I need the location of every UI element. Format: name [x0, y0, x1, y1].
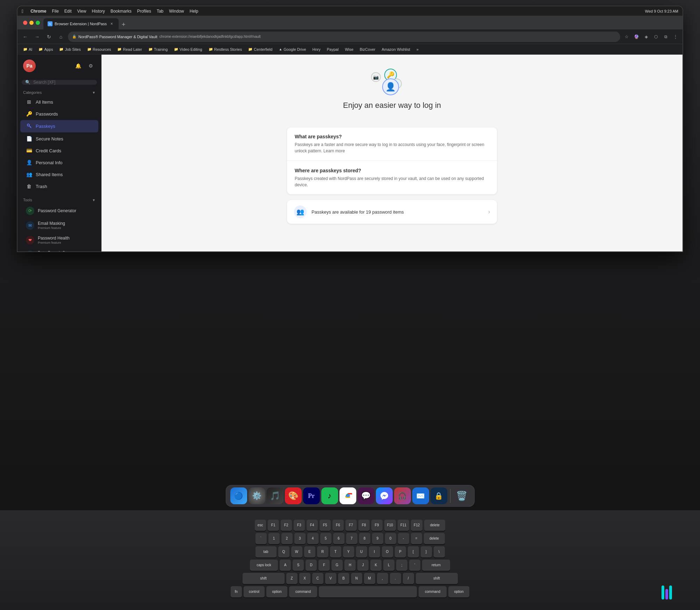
dock-spotify[interactable]: ♪ [321, 487, 338, 504]
key-l[interactable]: L [383, 560, 394, 571]
nav-item-trash[interactable]: 🗑 Trash [20, 181, 98, 192]
bookmark-bizcover[interactable]: BizCover [357, 46, 378, 53]
tool-email-masking[interactable]: ✉ Email Masking Premium feature [20, 218, 98, 233]
key-d[interactable]: D [306, 560, 317, 571]
dock-creative-cloud[interactable]: 🎨 [285, 487, 302, 504]
bookmark-overflow[interactable]: » [414, 46, 421, 53]
key-f2[interactable]: F2 [281, 520, 292, 531]
key-6[interactable]: 6 [333, 533, 344, 544]
tool-data-breach-scanner[interactable]: ◎ Data Breach Scanner Premium feature [20, 248, 98, 251]
key-w[interactable]: W [291, 546, 302, 557]
menu-chrome[interactable]: Chrome [30, 9, 46, 14]
key-e[interactable]: E [304, 546, 315, 557]
nav-item-secure-notes[interactable]: 📄 Secure Notes [20, 133, 98, 144]
key-esc[interactable]: esc [255, 520, 266, 531]
key-slash[interactable]: / [403, 573, 414, 584]
tool-password-health[interactable]: ❤ Password Health Premium feature [20, 233, 98, 247]
chrome-menu-button[interactable]: ⋮ [671, 33, 680, 41]
key-b[interactable]: B [338, 573, 349, 584]
key-option-left[interactable]: option [266, 586, 287, 597]
new-tab-button[interactable]: + [119, 20, 128, 29]
url-bar[interactable]: 🔒 NordPass® Password Manager & Digital V… [68, 32, 620, 42]
search-input[interactable] [33, 80, 93, 85]
key-command-right[interactable]: command [419, 586, 447, 597]
key-k[interactable]: K [370, 560, 382, 571]
dock-nordvpn[interactable]: 🔒 [430, 487, 447, 504]
bookmark-ai[interactable]: 📁 AI [20, 46, 35, 53]
search-box[interactable]: 🔍 [22, 80, 97, 85]
menu-help[interactable]: Help [190, 9, 198, 14]
bookmark-hnry[interactable]: Hnry [310, 46, 323, 53]
bookmark-apps[interactable]: 📁 Apps [36, 46, 56, 53]
key-f8[interactable]: F8 [358, 520, 370, 531]
menu-tab[interactable]: Tab [157, 9, 163, 14]
key-f9[interactable]: F9 [371, 520, 383, 531]
key-7[interactable]: 7 [346, 533, 357, 544]
menu-edit[interactable]: Edit [64, 9, 72, 14]
dock-waveform[interactable]: 🎵 [267, 487, 284, 504]
key-r[interactable]: R [317, 546, 328, 557]
bookmark-amazon[interactable]: Amazon Wishlist [379, 46, 413, 53]
dock-slack[interactable]: 💬 [358, 487, 374, 504]
key-command-left[interactable]: command [289, 586, 317, 597]
key-0[interactable]: 0 [385, 533, 396, 544]
bookmark-job-sites[interactable]: 📁 Job Sites [56, 46, 83, 53]
back-button[interactable]: ← [20, 32, 30, 42]
nav-item-passkeys[interactable]: Passkeys [20, 120, 98, 132]
dock-system-prefs[interactable]: ⚙️ [248, 487, 265, 504]
faq-item-1[interactable]: What are passkeys? Passkeys are a faster… [287, 127, 497, 161]
key-s[interactable]: S [293, 560, 304, 571]
fullscreen-button[interactable] [36, 21, 40, 25]
dock-mail[interactable]: ✉️ [412, 487, 429, 504]
bookmark-training[interactable]: 📁 Training [146, 46, 170, 53]
dock-messenger[interactable] [376, 487, 393, 504]
bookmark-paypal[interactable]: Paypal [324, 46, 342, 53]
key-f3[interactable]: F3 [294, 520, 305, 531]
key-f12[interactable]: F12 [411, 520, 422, 531]
minimize-button[interactable] [29, 21, 34, 25]
key-option-right[interactable]: option [448, 586, 469, 597]
menu-window[interactable]: Window [169, 9, 184, 14]
nav-item-credit-cards[interactable]: 💳 Credit Cards [20, 145, 98, 156]
active-tab[interactable]: N Browser Extension | NordPass × [43, 18, 119, 29]
key-return[interactable]: return [422, 560, 450, 571]
extension-icon-2[interactable]: ◈ [642, 33, 650, 41]
key-quote[interactable]: ' [409, 560, 420, 571]
dock-chrome[interactable] [340, 487, 356, 504]
key-comma[interactable]: , [377, 573, 388, 584]
bookmark-resources[interactable]: 📁 Resources [84, 46, 114, 53]
key-f11[interactable]: F11 [398, 520, 409, 531]
key-control[interactable]: control [244, 586, 265, 597]
menu-view[interactable]: View [77, 9, 86, 14]
nav-item-personal-info[interactable]: 👤 Personal Info [20, 157, 98, 168]
key-h[interactable]: H [344, 560, 356, 571]
key-f10[interactable]: F10 [384, 520, 396, 531]
key-minus[interactable]: - [398, 533, 409, 544]
avatar[interactable]: Pa [23, 60, 36, 72]
tool-password-generator[interactable]: ⟳ Password Generator [20, 204, 98, 218]
key-delete-top[interactable]: delete [424, 520, 445, 531]
key-f7[interactable]: F7 [345, 520, 357, 531]
key-8[interactable]: 8 [359, 533, 370, 544]
key-tab[interactable]: tab [255, 546, 276, 557]
menu-bookmarks[interactable]: Bookmarks [111, 9, 132, 14]
key-j[interactable]: J [357, 560, 369, 571]
key-caps-lock[interactable]: caps lock [250, 560, 278, 571]
key-left-bracket[interactable]: [ [408, 546, 419, 557]
key-5[interactable]: 5 [320, 533, 331, 544]
key-9[interactable]: 9 [372, 533, 383, 544]
key-z[interactable]: Z [286, 573, 298, 584]
key-f[interactable]: F [318, 560, 330, 571]
nav-item-passwords[interactable]: 🔑 Passwords [20, 108, 98, 119]
dock-premiere[interactable]: Pr [303, 487, 320, 504]
key-period[interactable]: . [390, 573, 401, 584]
key-f4[interactable]: F4 [307, 520, 318, 531]
key-space[interactable] [319, 586, 417, 597]
faq-item-2[interactable]: Where are passkeys stored? Passkeys crea… [287, 161, 497, 194]
extension-icon-1[interactable]: 🔮 [632, 33, 640, 41]
key-equals[interactable]: = [411, 533, 422, 544]
key-right-bracket[interactable]: ] [421, 546, 432, 557]
reload-button[interactable]: ↻ [44, 32, 54, 42]
key-n[interactable]: N [351, 573, 362, 584]
dock-trash[interactable]: 🗑️ [453, 487, 470, 504]
